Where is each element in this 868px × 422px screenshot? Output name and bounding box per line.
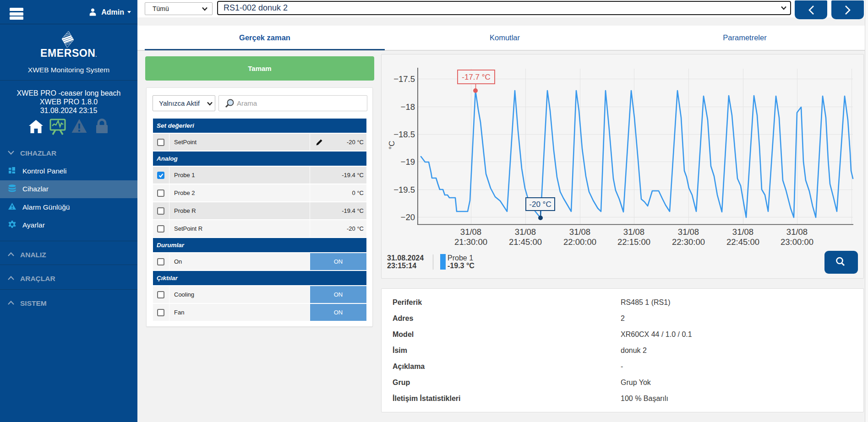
svg-text:°C: °C	[388, 141, 396, 149]
svg-text:31.08.2024: 31.08.2024	[387, 254, 424, 262]
svg-text:21:30:00: 21:30:00	[454, 237, 487, 247]
svg-text:−18.5: −18.5	[393, 130, 415, 139]
svg-text:22:30:00: 22:30:00	[672, 237, 705, 247]
svg-text:-19.3 °C: -19.3 °C	[448, 262, 475, 270]
svg-text:−19: −19	[401, 157, 415, 167]
svg-text:31/08: 31/08	[786, 227, 808, 237]
svg-text:-17.7 °C: -17.7 °C	[462, 73, 491, 81]
svg-text:23:00:00: 23:00:00	[781, 237, 813, 247]
svg-text:−18: −18	[401, 102, 415, 112]
svg-text:Probe 1: Probe 1	[448, 254, 473, 262]
svg-text:31/08: 31/08	[623, 227, 644, 237]
svg-text:22:15:00: 22:15:00	[617, 237, 650, 247]
svg-text:23:15:14: 23:15:14	[387, 262, 416, 270]
svg-text:31/08: 31/08	[569, 227, 590, 237]
svg-text:−17.5: −17.5	[393, 74, 415, 84]
svg-text:21:45:00: 21:45:00	[509, 237, 542, 247]
svg-text:22:45:00: 22:45:00	[726, 237, 759, 247]
svg-text:31/08: 31/08	[460, 227, 481, 237]
svg-text:31/08: 31/08	[732, 227, 753, 237]
svg-text:−19.5: −19.5	[393, 185, 415, 195]
svg-text:-20 °C: -20 °C	[529, 200, 551, 209]
svg-text:−20: −20	[401, 212, 415, 222]
svg-text:31/08: 31/08	[678, 227, 699, 237]
svg-text:22:00:00: 22:00:00	[563, 237, 596, 247]
svg-text:31/08: 31/08	[515, 227, 536, 237]
